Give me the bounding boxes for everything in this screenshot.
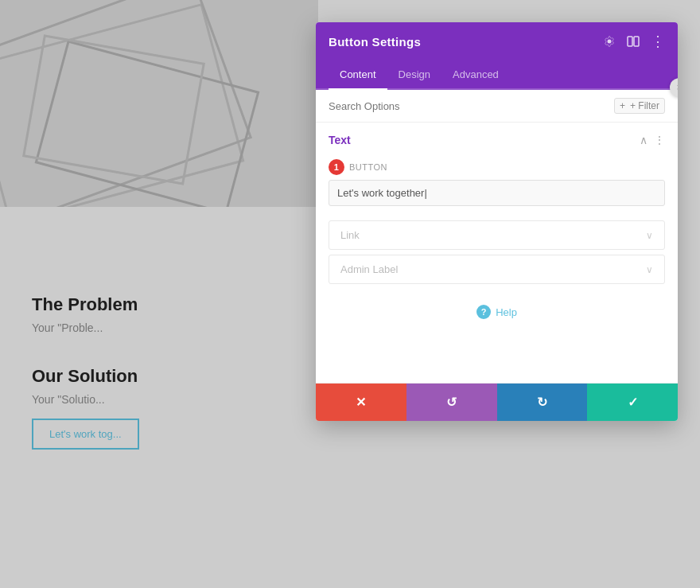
tab-advanced[interactable]: Advanced bbox=[441, 60, 510, 88]
settings-panel: Button Settings ⋮ Content Design bbox=[316, 22, 678, 421]
save-icon: ✓ bbox=[628, 395, 638, 410]
text-section-header: Text ∧ ⋮ bbox=[316, 123, 678, 153]
button-label: 1 Button bbox=[329, 159, 665, 175]
text-section-title: Text bbox=[329, 134, 351, 146]
link-dropdown[interactable]: Link ∨ bbox=[329, 220, 665, 250]
svg-rect-2 bbox=[634, 37, 639, 46]
cancel-button[interactable]: ✕ bbox=[316, 384, 406, 421]
link-chevron-down-icon: ∨ bbox=[646, 230, 653, 241]
panel-body: Text ∧ ⋮ 1 Button Link ∨ Admin Label ∨ bbox=[316, 123, 678, 335]
panel-tabs: Content Design Advanced bbox=[316, 60, 678, 90]
admin-label-text: Admin Label bbox=[340, 263, 398, 275]
redo-icon: ↻ bbox=[537, 395, 547, 410]
filter-plus-icon: + bbox=[620, 100, 625, 111]
close-icon: × bbox=[676, 82, 678, 93]
panel-header: Button Settings ⋮ bbox=[316, 22, 678, 60]
columns-icon[interactable] bbox=[625, 33, 641, 49]
help-link[interactable]: Help bbox=[496, 306, 517, 318]
collapse-icon[interactable]: ∧ bbox=[640, 134, 648, 146]
undo-icon: ↺ bbox=[446, 395, 457, 410]
cancel-icon: ✕ bbox=[356, 395, 366, 410]
badge-number: 1 bbox=[329, 159, 344, 175]
filter-button[interactable]: + + Filter bbox=[614, 98, 665, 114]
link-label: Link bbox=[340, 229, 360, 241]
tab-content[interactable]: Content bbox=[329, 60, 387, 88]
more-icon[interactable]: ⋮ bbox=[649, 33, 665, 49]
panel-footer: ✕ ↺ ↻ ✓ bbox=[316, 383, 678, 421]
admin-label-dropdown[interactable]: Admin Label ∨ bbox=[329, 255, 665, 284]
svg-rect-1 bbox=[628, 37, 632, 46]
save-button[interactable]: ✓ bbox=[587, 384, 678, 421]
panel-header-icons: ⋮ bbox=[601, 33, 665, 49]
button-text-input[interactable] bbox=[329, 180, 665, 206]
help-icon: ? bbox=[476, 305, 491, 319]
undo-button[interactable]: ↺ bbox=[406, 384, 497, 421]
settings-icon[interactable] bbox=[601, 33, 617, 49]
redo-button[interactable]: ↻ bbox=[497, 384, 588, 421]
section-more-icon[interactable]: ⋮ bbox=[654, 134, 665, 146]
tab-design[interactable]: Design bbox=[387, 60, 441, 88]
help-section: ? Help bbox=[316, 289, 678, 335]
button-form-group: 1 Button bbox=[316, 153, 678, 216]
search-input[interactable] bbox=[329, 100, 614, 112]
panel-title: Button Settings bbox=[329, 35, 421, 49]
search-bar: + + Filter bbox=[316, 90, 678, 123]
svg-point-0 bbox=[608, 40, 612, 44]
admin-chevron-down-icon: ∨ bbox=[646, 264, 653, 275]
section-header-icons: ∧ ⋮ bbox=[640, 134, 665, 146]
